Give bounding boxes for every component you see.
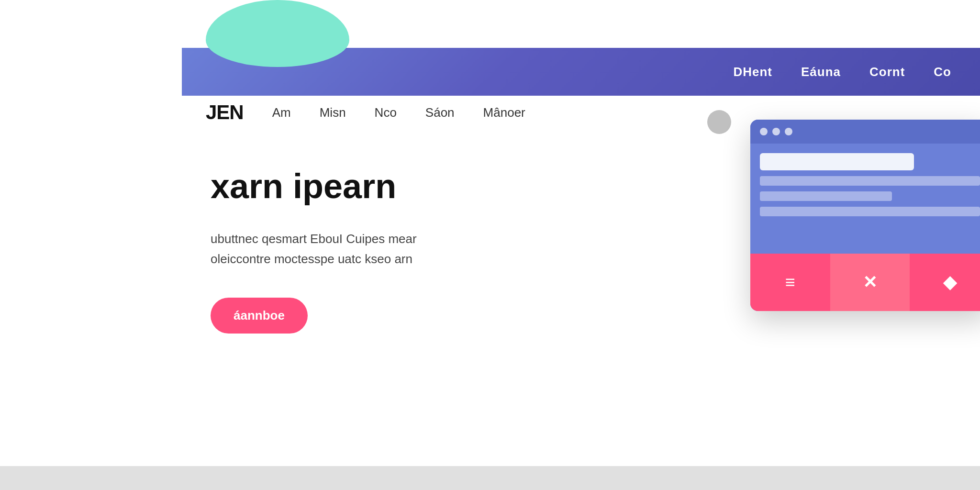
sec-nav-nco[interactable]: Nco (375, 105, 397, 120)
app-window-mockup: ≡ ✕ ◆ (750, 120, 980, 311)
app-btn-close[interactable]: ✕ (830, 254, 910, 311)
app-line-2 (760, 191, 892, 201)
app-titlebar (750, 120, 980, 144)
sec-nav-manoer[interactable]: Mânoer (483, 105, 525, 120)
footer-bar (0, 466, 980, 490)
window-dot-1 (760, 128, 768, 135)
app-line-3 (760, 207, 980, 216)
app-content-area (750, 144, 980, 226)
blob-top-decoration (206, 0, 349, 67)
sec-nav-saon[interactable]: Sáon (425, 105, 455, 120)
hero-cta-button[interactable]: áannboe (211, 298, 308, 334)
sec-nav-am[interactable]: Am (272, 105, 291, 120)
page-wrapper: DHent Eáuna Cornt Co JEN Am Misn Nco Sáo… (0, 0, 980, 490)
nav-link-cornt[interactable]: Cornt (869, 65, 905, 79)
nav-link-eauna[interactable]: Eáuna (801, 65, 841, 79)
app-input-bar (760, 153, 914, 170)
app-line-1 (760, 176, 980, 186)
app-action-buttons: ≡ ✕ ◆ (750, 254, 980, 311)
hero-title: xarn ipearn (211, 167, 536, 205)
window-dot-3 (785, 128, 792, 135)
window-dot-2 (772, 128, 780, 135)
floating-icon (707, 110, 731, 134)
nav-link-co[interactable]: Co (934, 65, 951, 79)
hero-text-block: xarn ipearn ubuttnec qesmart EbouI Cuipe… (211, 167, 536, 334)
sec-nav-misn[interactable]: Misn (320, 105, 346, 120)
hero-description: ubuttnec qesmart EbouI Cuipes mear oleic… (211, 229, 479, 269)
app-btn-special[interactable]: ◆ (910, 254, 980, 311)
app-btn-menu[interactable]: ≡ (750, 254, 830, 311)
nav-link-dhent[interactable]: DHent (733, 65, 772, 79)
brand-logo: JEN (206, 101, 244, 124)
